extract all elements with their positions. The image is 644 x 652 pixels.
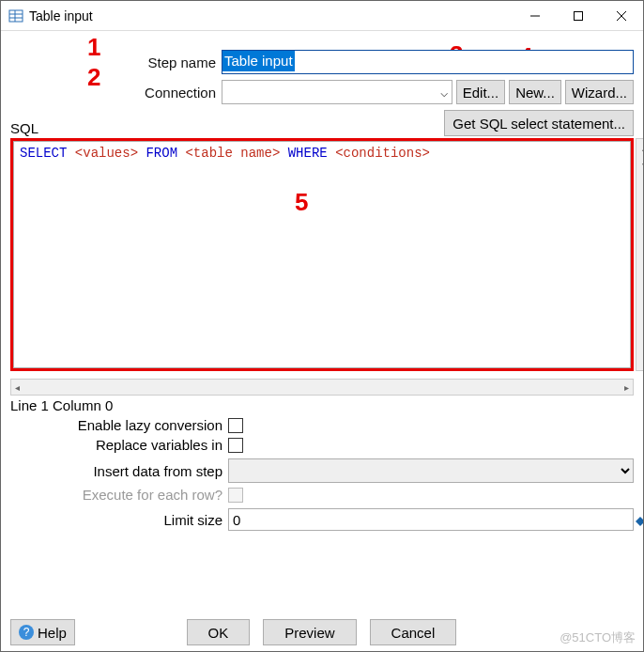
scroll-left-icon[interactable]: ◂ (15, 382, 20, 393)
maximize-button[interactable] (557, 1, 600, 31)
sql-cursor-status: Line 1 Column 0 (10, 397, 634, 413)
edit-connection-button[interactable]: Edit... (456, 80, 505, 104)
lazy-conversion-label: Enable lazy conversion (10, 417, 228, 433)
sql-ph-table: <table name> (185, 146, 280, 161)
replace-variables-label: Replace variables in (10, 437, 228, 453)
scroll-down-icon[interactable]: ▾ (636, 156, 644, 173)
help-button[interactable]: ? Help (10, 619, 75, 645)
dropdown-icon: ⌵ (440, 85, 448, 100)
sql-editor[interactable]: SELECT <values> FROM <table name> WHERE … (13, 141, 631, 368)
sql-vertical-scrollbar[interactable]: ▴ ▾ (636, 138, 644, 371)
preview-button[interactable]: Preview (263, 619, 356, 645)
close-button[interactable] (600, 1, 643, 31)
limit-size-label: Limit size (10, 512, 228, 528)
svg-rect-0 (9, 10, 23, 22)
cancel-button[interactable]: Cancel (370, 619, 457, 645)
execute-each-row-checkbox (228, 488, 243, 503)
connection-label: Connection (10, 85, 222, 101)
new-connection-button[interactable]: New... (509, 80, 561, 104)
replace-variables-checkbox[interactable] (228, 438, 243, 453)
sql-ph-values: <values> (75, 146, 138, 161)
scroll-right-icon[interactable]: ▸ (624, 382, 629, 393)
limit-size-input[interactable] (228, 508, 634, 531)
connection-select[interactable]: ⌵ (222, 80, 452, 104)
sql-label: SQL (10, 120, 38, 136)
help-label: Help (38, 625, 67, 641)
sql-kw-where: WHERE (288, 146, 328, 161)
insert-data-label: Insert data from step (10, 463, 228, 479)
sql-kw-from: FROM (146, 146, 177, 161)
table-input-icon (8, 8, 23, 23)
lazy-conversion-checkbox[interactable] (228, 418, 243, 433)
wizard-connection-button[interactable]: Wizard... (565, 80, 634, 104)
help-icon: ? (19, 625, 34, 640)
watermark: @51CTO博客 (560, 629, 636, 646)
sql-ph-cond: <conditions> (335, 146, 430, 161)
variable-diamond-icon (636, 514, 644, 529)
sql-kw-select: SELECT (20, 146, 67, 161)
execute-each-row-label: Execute for each row? (10, 487, 228, 503)
step-name-input[interactable]: Table input (222, 50, 634, 74)
get-sql-select-button[interactable]: Get SQL select statement... (444, 110, 634, 136)
svg-marker-9 (636, 517, 644, 526)
minimize-button[interactable] (514, 1, 557, 31)
sql-editor-highlight: SELECT <values> FROM <table name> WHERE … (10, 138, 634, 371)
step-name-value: Table input (222, 51, 295, 71)
sql-horizontal-scrollbar[interactable]: ◂ ▸ (10, 379, 634, 396)
window-title: Table input (29, 8, 514, 23)
step-name-label: Step name (10, 54, 222, 70)
scroll-up-icon[interactable]: ▴ (636, 139, 644, 156)
svg-rect-5 (575, 11, 583, 20)
insert-data-select[interactable] (228, 458, 634, 483)
title-bar: Table input (1, 1, 643, 31)
ok-button[interactable]: OK (187, 619, 251, 645)
